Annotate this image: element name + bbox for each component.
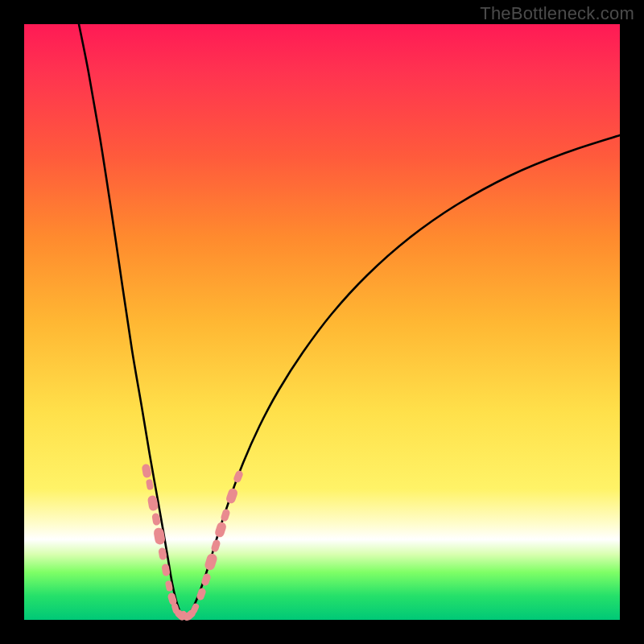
bottleneck-curve [79, 24, 620, 617]
watermark-text: TheBottleneck.com [480, 3, 634, 24]
highlight-dot [210, 539, 221, 552]
highlight-dot [146, 479, 154, 490]
plot-area [24, 24, 620, 620]
chart-frame: TheBottleneck.com [0, 0, 644, 644]
highlight-dot [214, 521, 228, 539]
highlight-dot [225, 487, 238, 505]
curve-svg [24, 24, 620, 620]
highlight-dots-group [142, 464, 245, 622]
highlight-dot [233, 469, 244, 484]
highlight-dot [204, 552, 218, 572]
highlight-dot [142, 464, 152, 479]
